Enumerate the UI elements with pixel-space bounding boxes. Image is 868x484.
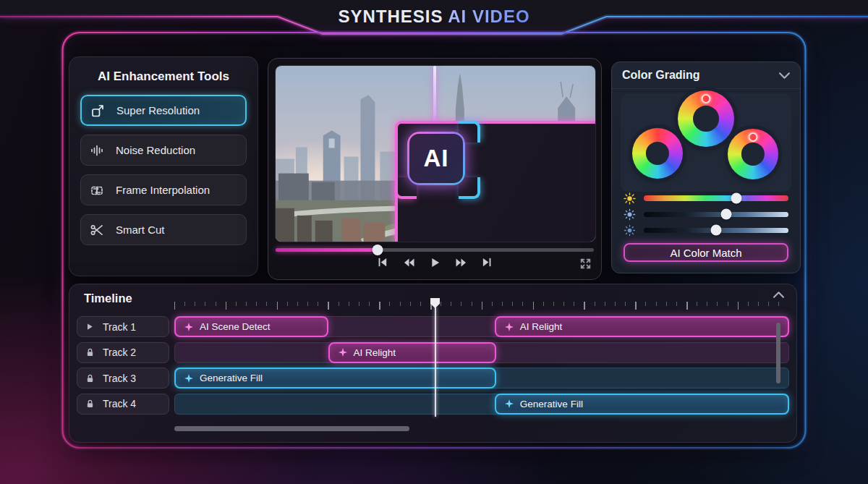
lock-icon [85, 399, 95, 409]
fast-forward-button[interactable] [454, 256, 467, 268]
video-progress-thumb[interactable] [372, 245, 383, 255]
video-preview-panel: AI [268, 58, 602, 280]
tool-smart-cut[interactable]: Smart Cut [80, 214, 247, 245]
track-label: Track 1 [103, 321, 136, 333]
track-headers: Track 1 Track 2 Track 3 Track 4 [77, 316, 169, 415]
wheel-indicator[interactable] [702, 94, 711, 103]
clip-ai-relight-track2[interactable]: AI Relight [328, 342, 497, 363]
ai-badge-label: AI [409, 134, 463, 183]
lock-icon [85, 373, 95, 383]
sparkle-icon [505, 323, 514, 331]
chevron-up-icon[interactable] [773, 292, 785, 299]
playhead-line[interactable] [435, 307, 436, 417]
rewind-button[interactable] [402, 256, 415, 268]
ai-color-match-button[interactable]: AI Color Match [624, 243, 788, 262]
sun-icon-blue-dim [624, 224, 638, 237]
sparkle-icon [184, 323, 193, 331]
sun-icon-yellow [624, 192, 638, 205]
clip-label: Generative Fill [520, 399, 583, 409]
sun-icon-blue [624, 208, 638, 221]
sparkle-icon [184, 374, 193, 383]
chevron-down-icon[interactable] [779, 72, 790, 79]
color-wheel-shadows[interactable] [632, 128, 683, 179]
transport-controls [268, 256, 601, 268]
hue-slider-thumb[interactable] [731, 193, 742, 204]
slider-row-hue [624, 192, 788, 204]
color-grading-header[interactable]: Color Grading [612, 62, 800, 89]
wheel-indicator[interactable] [749, 132, 758, 142]
tool-noise-reduction[interactable]: Noise Reduction [80, 135, 247, 166]
timeline-panel: Timeline Track 1 Track 2 Track 3 [69, 284, 797, 443]
track-header-3[interactable]: Track 3 [77, 368, 169, 389]
tool-super-resolution[interactable]: Super Resolution [80, 95, 247, 126]
vertical-scrollbar[interactable] [776, 323, 780, 383]
fullscreen-button[interactable] [579, 258, 592, 271]
color-grading-panel: Color Grading [611, 61, 801, 273]
clip-label: AI Scene Detect [200, 321, 271, 332]
ai-enhancement-tools-panel: AI Enhancement Tools Super Resolution No… [69, 56, 258, 276]
hue-slider[interactable] [644, 195, 788, 201]
lock-icon [85, 347, 95, 357]
timeline-ruler[interactable] [174, 302, 789, 310]
tool-label: Noise Reduction [116, 144, 195, 156]
timeline-lanes: AI Scene Detect AI Relight AI Relight Ge… [174, 316, 789, 436]
clip-label: AI Relight [520, 321, 563, 332]
track-label: Track 3 [103, 373, 136, 384]
clip-label: AI Relight [354, 347, 396, 358]
sparkle-icon [505, 399, 514, 408]
clip-label: Generative Fill [200, 373, 263, 383]
brightness-slider-thumb[interactable] [721, 209, 732, 220]
video-viewport[interactable]: AI [275, 65, 596, 242]
skip-start-button[interactable] [376, 256, 389, 268]
sparkle-icon [339, 348, 347, 357]
noise-reduction-icon [90, 143, 107, 158]
brightness-slider[interactable] [644, 212, 788, 217]
track-label: Track 4 [103, 398, 136, 409]
ai-badge: AI [407, 132, 465, 185]
tool-label: Smart Cut [116, 224, 165, 236]
contrast-slider[interactable] [644, 228, 788, 233]
clip-ai-relight-track1[interactable]: AI Relight [495, 316, 789, 337]
slider-row-brightness [624, 208, 788, 220]
track-header-4[interactable]: Track 4 [77, 394, 169, 415]
timeline-title: Timeline [84, 292, 132, 305]
play-icon [85, 322, 95, 331]
clip-generative-fill-track4[interactable]: Generative Fill [495, 394, 789, 415]
video-progress-bar[interactable] [276, 248, 594, 252]
color-wheel-highlights[interactable] [728, 129, 778, 179]
play-button[interactable] [428, 256, 441, 268]
super-resolution-icon [90, 103, 108, 119]
tool-frame-interpolation[interactable]: Frame Interpolation [80, 174, 247, 205]
skip-end-button[interactable] [480, 256, 493, 268]
color-wheels-box [621, 93, 791, 192]
slider-row-contrast [624, 224, 788, 236]
track-label: Track 2 [103, 347, 136, 358]
video-progress-fill [276, 248, 378, 252]
color-wheel-midtones[interactable] [678, 90, 734, 147]
tools-panel-title: AI Enhancement Tools [69, 69, 258, 84]
color-grading-title: Color Grading [622, 69, 700, 82]
clip-generative-fill-track3[interactable]: Generative Fill [174, 368, 496, 389]
smart-cut-icon [90, 222, 107, 238]
tool-label: Frame Interpolation [116, 184, 210, 196]
track-header-2[interactable]: Track 2 [77, 342, 169, 363]
clip-ai-scene-detect[interactable]: AI Scene Detect [174, 316, 328, 337]
track-header-1[interactable]: Track 1 [77, 316, 169, 337]
contrast-slider-thumb[interactable] [711, 225, 722, 236]
frame-interpolation-icon [90, 182, 107, 198]
tool-label: Super Resolution [116, 104, 200, 116]
horizontal-scrollbar[interactable] [174, 426, 409, 431]
